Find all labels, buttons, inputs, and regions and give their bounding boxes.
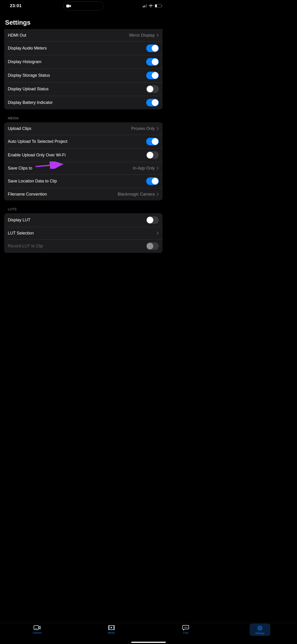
row-label: Upload Clips: [8, 126, 31, 131]
row-label: HDMI Out: [8, 33, 26, 38]
toggle-display-audio-meters[interactable]: [146, 44, 159, 52]
row-upload-clips[interactable]: Upload Clips Proxies Only: [4, 122, 162, 135]
row-value: Blackmagic Camera: [118, 192, 155, 197]
dynamic-island: [63, 2, 104, 10]
row-save-clips-to[interactable]: Save Clips to In-App Only: [4, 162, 162, 174]
toggle-display-battery-indicator[interactable]: [146, 99, 159, 106]
display-section: HDMI Out Mirror Display Display Audio Me…: [4, 29, 162, 110]
row-display-storage-status: Display Storage Status: [4, 69, 162, 82]
chevron-right-icon: [156, 127, 159, 130]
row-filename-convention[interactable]: Filename Convention Blackmagic Camera: [4, 188, 162, 200]
section-header-media: MEDIA: [4, 110, 162, 122]
row-label: Enable Upload Only Over Wi-Fi: [8, 153, 66, 158]
chevron-right-icon: [156, 34, 159, 37]
row-display-upload-status: Display Upload Status: [4, 82, 162, 96]
row-value: Proxies Only: [131, 126, 155, 131]
toggle-display-storage-status[interactable]: [146, 72, 159, 79]
luts-section: Display LUT LUT Selection Record LUT to …: [4, 213, 162, 253]
cellular-signal-icon: [143, 4, 147, 7]
row-save-location: Save Location Data to Clip: [4, 174, 162, 188]
row-label: LUT Selection: [8, 231, 34, 236]
row-display-audio-meters: Display Audio Meters: [4, 42, 162, 55]
chevron-right-icon: [156, 166, 159, 170]
row-label: Display Storage Status: [8, 73, 50, 78]
row-label: Filename Convention: [8, 192, 47, 197]
row-hdmi-out[interactable]: HDMI Out Mirror Display: [4, 29, 162, 42]
row-wifi-only: Enable Upload Only Over Wi-Fi: [4, 148, 162, 162]
page-title: Settings: [0, 12, 167, 29]
row-value: Mirror Display: [129, 33, 155, 38]
row-display-battery-indicator: Display Battery Indicator: [4, 96, 162, 110]
toggle-record-lut: [146, 242, 159, 250]
row-label: Display LUT: [8, 218, 30, 222]
row-auto-upload: Auto Upload To Selected Project: [4, 135, 162, 148]
row-label: Record LUT to Clip: [8, 244, 43, 248]
camera-recording-icon: [66, 4, 71, 8]
toggle-auto-upload[interactable]: [146, 138, 159, 145]
svg-rect-0: [66, 4, 70, 7]
chevron-right-icon: [156, 231, 159, 235]
row-display-lut: Display LUT: [4, 213, 162, 227]
section-header-luts: LUTS: [4, 200, 162, 213]
row-record-lut: Record LUT to Clip: [4, 239, 162, 253]
row-label: Display Upload Status: [8, 86, 48, 92]
toggle-save-location[interactable]: [146, 177, 159, 185]
row-display-histogram: Display Histogram: [4, 55, 162, 69]
toggle-display-lut[interactable]: [146, 216, 159, 224]
row-label: Save Clips to: [8, 166, 32, 171]
toggle-display-histogram[interactable]: [146, 58, 159, 66]
media-section: Upload Clips Proxies Only Auto Upload To…: [4, 122, 162, 200]
row-value: In-App Only: [133, 166, 155, 171]
status-bar: 23:01 26: [0, 0, 167, 12]
wifi-icon: [148, 4, 153, 8]
toggle-wifi-only[interactable]: [146, 151, 159, 159]
row-label: Auto Upload To Selected Project: [8, 139, 68, 144]
status-right: 26: [143, 4, 162, 8]
row-label: Display Audio Meters: [8, 46, 47, 51]
toggle-display-upload-status[interactable]: [146, 85, 159, 93]
row-label: Save Location Data to Clip: [8, 179, 57, 184]
row-lut-selection[interactable]: LUT Selection: [4, 227, 162, 239]
row-label: Display Battery Indicator: [8, 100, 53, 105]
battery-indicator: 26: [155, 4, 162, 8]
chevron-right-icon: [156, 192, 159, 196]
row-label: Display Histogram: [8, 60, 42, 64]
status-time: 23:01: [10, 3, 22, 8]
